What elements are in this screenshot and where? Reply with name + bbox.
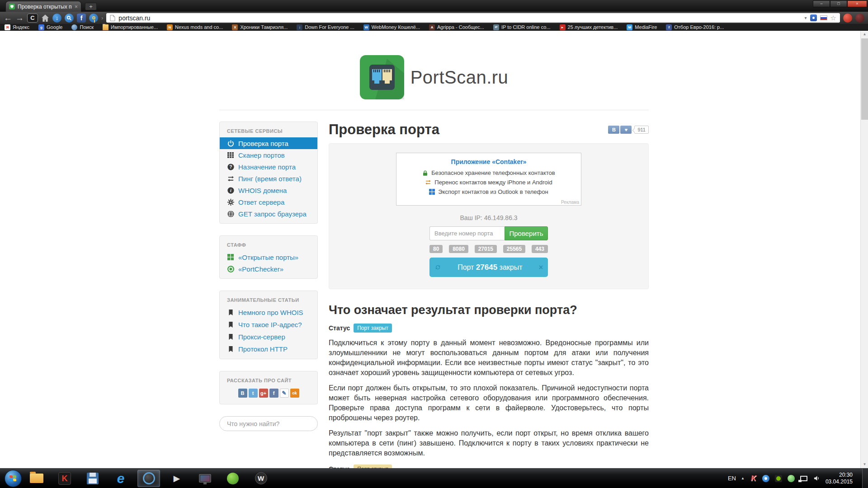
window-maximize-button[interactable]: □ [830, 0, 847, 7]
bookmark-mediafire[interactable]: MMediaFire [627, 24, 657, 30]
sidebar-item-port-check[interactable]: Проверка порта [220, 137, 317, 149]
bookmark-cidr[interactable]: IPIP to CIDR online co... [493, 24, 551, 30]
toolbar-red-extension-icon[interactable] [843, 14, 852, 23]
start-button[interactable] [5, 470, 22, 487]
green-tray-icon[interactable] [788, 474, 795, 482]
extension-icon[interactable] [810, 14, 817, 21]
banner-close-icon[interactable]: × [539, 263, 543, 272]
vk-share-icon[interactable]: В [238, 389, 247, 398]
bookmark-nexus[interactable]: NNexus mods and co... [167, 24, 223, 30]
urlbar-dropdown-icon[interactable]: ▾ [805, 15, 807, 20]
site-search-input[interactable] [219, 416, 318, 431]
bookmark-agrippa[interactable]: AAgrippa - Сообщес... [429, 24, 484, 30]
webmoney-key-icon[interactable] [89, 14, 98, 23]
odnoklassniki-share-icon[interactable]: ok [290, 389, 299, 398]
sidebar-item-portchecker[interactable]: «PortChecker» [220, 263, 317, 275]
bookmark-star-icon[interactable]: ☆ [830, 14, 836, 22]
port-chip-25565[interactable]: 25565 [503, 245, 525, 253]
sidebar-item-ping[interactable]: Пинг (время ответа) [220, 173, 317, 184]
kaspersky-icon[interactable]: K [750, 474, 757, 482]
vk-like-heart-button[interactable]: ♥ [620, 126, 632, 134]
toolbar-dark-extension-icon[interactable] [855, 14, 864, 23]
page-scrollbar[interactable]: ▲ ▼ [860, 31, 868, 468]
tab-close-icon[interactable]: × [75, 4, 78, 10]
livejournal-share-icon[interactable]: ✎ [280, 389, 289, 398]
taskbar-monitor-app[interactable] [193, 470, 216, 487]
bookmark-euro[interactable]: fОтбор Евро-2016: p... [666, 24, 724, 30]
taskbar-explorer[interactable] [25, 470, 48, 487]
taskbar: K e ► W EN ▲ K 20:30 03.04.2015 [0, 468, 868, 488]
tray-expand-icon[interactable]: ▲ [741, 476, 745, 480]
new-tab-button[interactable]: + [85, 3, 97, 10]
scroll-down-icon[interactable]: ▼ [861, 461, 868, 468]
taskbar-kmplayer[interactable]: K [53, 470, 76, 487]
sidebar-item-port-scanner[interactable]: Сканер портов [220, 149, 317, 161]
speaker-icon[interactable] [813, 474, 821, 482]
refresh-icon[interactable] [434, 264, 441, 271]
taskbar-w-app[interactable]: W [250, 470, 272, 487]
sidebar-item-port-purpose[interactable]: ? Назначение порта [220, 161, 317, 173]
browser-logo-button[interactable]: C [27, 14, 38, 23]
globe-icon [71, 24, 77, 30]
sidebar-article-ip[interactable]: Что такое IP-адрес? [220, 319, 317, 331]
sidebar-item-whois[interactable]: i WHOIS домена [220, 184, 317, 196]
panel-network-services: СЕТЕВЫЕ СЕРВИСЫ Проверка порта Сканер по… [219, 122, 318, 224]
show-desktop-button[interactable] [862, 469, 868, 488]
bookmark-imported[interactable]: Импортированные... [103, 24, 158, 30]
forward-button[interactable]: → [15, 14, 24, 23]
bookmark-tamriel[interactable]: ХХроники Тамриэля... [232, 24, 288, 30]
twitter-share-icon[interactable]: t [249, 389, 258, 398]
taskbar-active-browser[interactable] [137, 470, 160, 487]
back-button[interactable]: ← [4, 14, 12, 23]
network-icon[interactable] [800, 474, 808, 482]
home-button[interactable] [41, 14, 49, 22]
port-chip-80[interactable]: 80 [429, 245, 443, 253]
taskbar-floppy-app[interactable] [81, 470, 104, 487]
bookmark-downfor[interactable]: ↓Down For Everyone ... [297, 24, 354, 30]
russian-flag-icon[interactable] [820, 15, 827, 20]
sidebar-article-http[interactable]: Протокол HTTP [220, 343, 317, 355]
download-manager-icon[interactable]: ↓ [52, 14, 61, 23]
bookmark-google[interactable]: gGoogle [38, 24, 62, 30]
cidr-icon: IP [493, 24, 499, 30]
sidebar-item-server-response[interactable]: Ответ сервера [220, 196, 317, 208]
facebook-toolbar-icon[interactable]: f [77, 14, 86, 23]
scroll-up-icon[interactable]: ▲ [861, 31, 868, 38]
port-chip-8080[interactable]: 8080 [449, 245, 468, 253]
bookmark-webmoney[interactable]: WWebMoney Кошелё... [363, 24, 420, 30]
nvidia-icon[interactable] [775, 474, 783, 482]
sidebar-item-open-ports[interactable]: «Открытые порты» [220, 251, 317, 263]
search-icon[interactable] [65, 14, 74, 23]
scrollbar-thumb[interactable] [861, 38, 868, 120]
ad-title-link[interactable]: Приложение «Contaker» [401, 158, 576, 165]
check-port-button[interactable]: Проверить [505, 226, 548, 240]
sidebar-item-get-request[interactable]: GET запрос браузера [220, 208, 317, 220]
taskbar-clock[interactable]: 20:30 03.04.2015 [826, 472, 857, 485]
bookmark-poisk[interactable]: Поиск [71, 24, 93, 30]
portscan-logo-icon[interactable] [360, 55, 404, 99]
site-logo-text[interactable]: PortScan.ru [410, 67, 509, 88]
sidebar-article-proxy[interactable]: Прокси-сервер [220, 331, 317, 343]
ad-box[interactable]: Приложение «Contaker» Безопасное хранени… [396, 153, 581, 206]
address-bar[interactable]: portscan.ru ▾ ☆ [106, 13, 840, 23]
window-minimize-button[interactable]: – [813, 0, 830, 7]
port-number-input[interactable] [429, 226, 505, 240]
port-status-banner: Порт 27645 закрыт × [429, 258, 548, 277]
sidebar-article-whois[interactable]: Немного про WHOIS [220, 306, 317, 319]
browser-tab[interactable]: Проверка открытых пор × [5, 1, 81, 12]
port-chip-443[interactable]: 443 [532, 245, 548, 253]
taskbar-green-app[interactable] [222, 470, 244, 487]
taskbar-media-player[interactable]: ► [165, 470, 188, 487]
facebook-share-icon[interactable]: f [269, 389, 278, 398]
blue-orb-icon[interactable] [762, 474, 770, 482]
language-indicator[interactable]: EN [728, 475, 736, 482]
vk-share-button[interactable]: В [608, 126, 619, 134]
window-close-button[interactable]: × [847, 0, 867, 7]
taskbar-internet-explorer[interactable]: e [109, 470, 132, 487]
taskbar-apps: K e ► W [25, 470, 272, 487]
url-text[interactable]: portscan.ru [118, 14, 150, 22]
port-chip-27015[interactable]: 27015 [475, 245, 497, 253]
google-plus-share-icon[interactable]: g+ [259, 389, 268, 398]
bookmark-detektiv[interactable]: ►25 лучших детектив... [560, 24, 618, 30]
bookmark-yandex[interactable]: ЯЯндекс [5, 24, 29, 30]
